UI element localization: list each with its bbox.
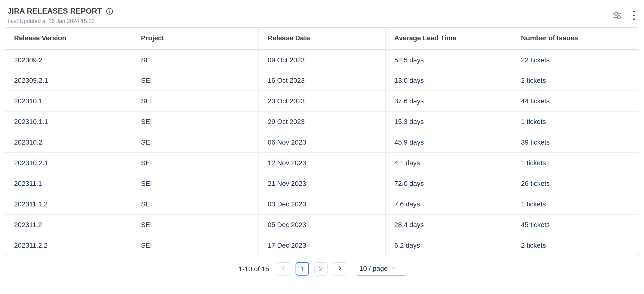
title-row: JIRA RELEASES REPORT — [8, 7, 113, 16]
table-cell: 45 tickets — [512, 214, 639, 235]
table-cell: 202311.1 — [5, 173, 132, 194]
table-header-row: Release Version Project Release Date Ave… — [5, 28, 639, 50]
table-cell: 45.9 days — [385, 132, 512, 152]
table-cell: 202309.2 — [5, 50, 132, 70]
chevron-right-icon — [337, 265, 343, 273]
table-cell: 39 tickets — [512, 132, 639, 152]
table-row: 202311.1.2SEI03 Dec 20237.6 days1 ticket… — [5, 194, 639, 214]
table-cell: 09 Oct 2023 — [259, 50, 385, 70]
table-cell: 202310.2 — [5, 132, 132, 152]
col-header-number-of-issues: Number of Issues — [512, 28, 639, 50]
chevron-down-icon — [391, 266, 396, 272]
table-cell: 6.2 days — [385, 235, 512, 256]
pagination-range-text: 1-10 of 15 — [238, 265, 269, 273]
table-cell: SEI — [132, 194, 259, 214]
table-cell: SEI — [132, 235, 259, 256]
table-cell: 16 Oct 2023 — [259, 70, 385, 91]
table-cell: 2 tickets — [512, 70, 639, 91]
table-cell: SEI — [132, 91, 259, 111]
chevron-left-icon — [281, 265, 286, 273]
table-cell: 23 Oct 2023 — [259, 91, 385, 111]
table-cell: 202311.2.2 — [5, 235, 132, 256]
widget-header-actions — [613, 11, 635, 20]
table-cell: SEI — [132, 152, 259, 173]
table-cell: SEI — [132, 111, 259, 132]
table-cell: 22 tickets — [512, 50, 639, 70]
table-row: 202311.2.2SEI17 Dec 20236.2 days2 ticket… — [5, 235, 639, 256]
table-cell: 72.0 days — [385, 173, 512, 194]
table-row: 202309.2SEI09 Oct 202352.5 days22 ticket… — [5, 50, 639, 70]
prev-page-button[interactable] — [277, 262, 290, 276]
widget-header-left: JIRA RELEASES REPORT Last Updated at 16 … — [8, 7, 113, 24]
pagination: 1-10 of 15 1 2 10 / page — [0, 262, 644, 276]
table-cell: 37.6 days — [385, 91, 512, 111]
table-cell: SEI — [132, 214, 259, 235]
table-cell: 2 tickets — [512, 235, 639, 256]
releases-table: Release Version Project Release Date Ave… — [5, 28, 639, 256]
table-cell: 1 tickets — [512, 194, 639, 214]
page-button-1[interactable]: 1 — [296, 262, 309, 276]
table-cell: 05 Dec 2023 — [259, 214, 385, 235]
table-cell: 13.0 days — [385, 70, 512, 91]
table-cell: 202310.1 — [5, 91, 132, 111]
widget-header: JIRA RELEASES REPORT Last Updated at 16 … — [0, 0, 644, 24]
table-cell: 28.4 days — [385, 214, 512, 235]
releases-table-card: Release Version Project Release Date Ave… — [5, 27, 639, 256]
page-button-2[interactable]: 2 — [314, 262, 328, 276]
table-row: 202310.2SEI06 Nov 202345.9 days39 ticket… — [5, 132, 639, 152]
table-cell: 15.3 days — [385, 111, 512, 132]
table-cell: 1 tickets — [512, 111, 639, 132]
table-cell: 44 tickets — [512, 91, 639, 111]
table-row: 202309.2.1SEI16 Oct 202313.0 days2 ticke… — [5, 70, 639, 91]
page-size-select[interactable]: 10 / page — [358, 262, 406, 276]
table-cell: 202311.1.2 — [5, 194, 132, 214]
table-cell: 21 Nov 2023 — [259, 173, 385, 194]
table-cell: 06 Nov 2023 — [259, 132, 385, 152]
kebab-menu-icon[interactable] — [633, 11, 635, 20]
col-header-release-date: Release Date — [259, 28, 385, 50]
jira-releases-report-widget: JIRA RELEASES REPORT Last Updated at 16 … — [0, 0, 644, 276]
table-cell: 29 Oct 2023 — [259, 111, 385, 132]
next-page-button[interactable] — [333, 262, 346, 276]
table-cell: 12 Nov 2023 — [259, 152, 385, 173]
table-row: 202311.1SEI21 Nov 202372.0 days26 ticket… — [5, 173, 639, 194]
col-header-release-version: Release Version — [5, 28, 132, 50]
table-row: 202310.2.1SEI12 Nov 20234.1 days1 ticket… — [5, 152, 639, 173]
table-cell: 202309.2.1 — [5, 70, 132, 91]
sliders-icon[interactable] — [613, 11, 622, 20]
table-cell: 1 tickets — [512, 152, 639, 173]
table-cell: 52.5 days — [385, 50, 512, 70]
table-cell: 4.1 days — [385, 152, 512, 173]
table-cell: 202310.1.1 — [5, 111, 132, 132]
table-cell: 7.6 days — [385, 194, 512, 214]
table-row: 202310.1.1SEI29 Oct 202315.3 days1 ticke… — [5, 111, 639, 132]
table-cell: 202311.2 — [5, 214, 132, 235]
table-cell: SEI — [132, 70, 259, 91]
table-row: 202311.2SEI05 Dec 202328.4 days45 ticket… — [5, 214, 639, 235]
table-cell: 26 tickets — [512, 173, 639, 194]
col-header-project: Project — [132, 28, 259, 50]
page-title: JIRA RELEASES REPORT — [8, 7, 102, 16]
last-updated-text: Last Updated at 16 Jan 2024 15:23 — [8, 18, 113, 24]
table-cell: 202310.2.1 — [5, 152, 132, 173]
table-row: 202310.1SEI23 Oct 202337.6 days44 ticket… — [5, 91, 639, 111]
page-size-value: 10 / page — [359, 265, 388, 272]
col-header-average-lead-time: Average Lead Time — [385, 28, 512, 50]
table-cell: SEI — [132, 173, 259, 194]
table-cell: 17 Dec 2023 — [259, 235, 385, 256]
table-cell: 03 Dec 2023 — [259, 194, 385, 214]
table-cell: SEI — [132, 50, 259, 70]
info-circle-icon[interactable] — [106, 8, 113, 15]
table-cell: SEI — [132, 132, 259, 152]
